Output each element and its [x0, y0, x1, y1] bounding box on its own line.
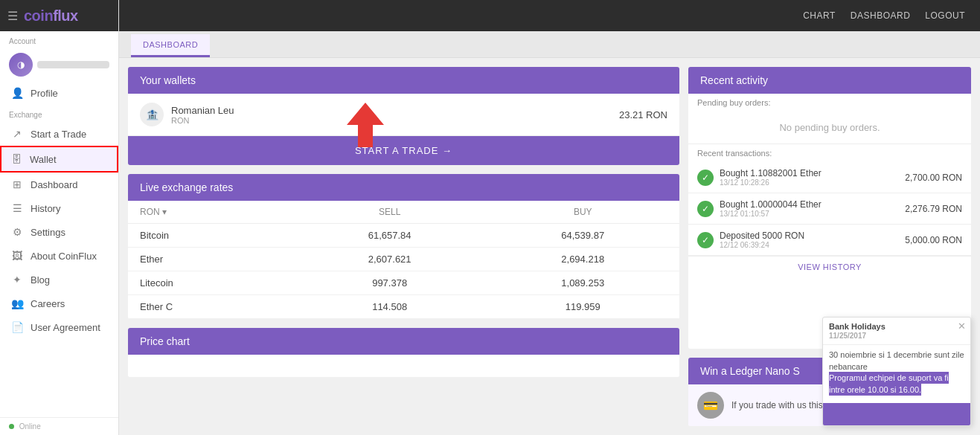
ledger-device-icon: 💳: [697, 392, 724, 419]
notification-date: 11/25/2017: [829, 332, 866, 340]
notification-body: 30 noiembrie si 1 decembrie sunt zile ne…: [823, 345, 970, 400]
tx-amount: 5,000.00 RON: [905, 235, 962, 245]
agreement-icon: 📄: [11, 321, 23, 333]
sidebar-header: ☰ coinflux: [0, 0, 118, 31]
recent-activity-body: Pending buy orders: No pending buy order…: [688, 94, 971, 349]
buy-cell: 119.959: [486, 295, 679, 319]
sidebar-item-blog[interactable]: ✦ Blog: [0, 268, 118, 291]
sell-cell: 61,657.84: [293, 224, 487, 248]
transactions-list: ✓ Bought 1.10882001 Ether 13/12 10:28:26…: [688, 162, 971, 256]
main-content: CHART DASHBOARD LOGOUT DASHBOARD Your wa…: [119, 0, 980, 435]
exchange-rates-card: Live exchange rates RON ▾ SELL BUY: [128, 174, 679, 319]
notification-highlight: Programul echipei de suport va fi intre …: [829, 372, 949, 395]
sidebar: ☰ coinflux Account ◑ 👤 Profile Exchange …: [0, 0, 119, 435]
buy-cell: 1,089.253: [486, 271, 679, 295]
ron-dropdown[interactable]: RON ▾: [140, 207, 167, 217]
sidebar-item-label: Blog: [31, 274, 50, 286]
sidebar-item-label: Settings: [31, 227, 65, 238]
sidebar-item-settings[interactable]: ⚙ Settings: [0, 220, 118, 244]
sell-cell: 114.508: [293, 295, 487, 319]
logo-prefix: coin: [24, 7, 53, 24]
wallet-name-info: Romanian Leu RON: [171, 105, 234, 125]
table-row: Bitcoin 61,657.84 64,539.87: [128, 224, 679, 248]
account-section-label: Account: [0, 31, 118, 48]
sidebar-item-label: Profile: [31, 88, 58, 99]
recent-activity-header: Recent activity: [688, 67, 971, 94]
wallets-card: Your wallets 🏦 Romanian Leu RON 23.21 RO…: [128, 67, 679, 165]
notification-close-button[interactable]: ✕: [958, 320, 966, 332]
wallet-row-ron: 🏦 Romanian Leu RON 23.21 RON: [128, 94, 679, 136]
tab-dashboard[interactable]: DASHBOARD: [131, 34, 210, 57]
nav-chart[interactable]: CHART: [803, 10, 836, 21]
wallets-body: 🏦 Romanian Leu RON 23.21 RON START A TRA…: [128, 94, 679, 165]
table-row: Litecoin 997.378 1,089.253: [128, 271, 679, 295]
wallet-balance: 23.21 RON: [619, 109, 667, 120]
notification-popup: ✕ Bank Holidays 11/25/2017 30 noiembrie …: [822, 317, 971, 426]
tx-date: 13/12 10:28:26: [720, 178, 899, 187]
nav-logout[interactable]: LOGOUT: [925, 10, 965, 21]
col-header-currency[interactable]: RON ▾: [128, 201, 293, 224]
table-row: Ether C 114.508 119.959: [128, 295, 679, 319]
transaction-row: ✓ Bought 1.10882001 Ether 13/12 10:28:26…: [688, 162, 971, 193]
dashboard-icon: ⊞: [11, 178, 23, 190]
price-chart-header: Price chart: [128, 328, 679, 355]
buy-cell: 64,539.87: [486, 224, 679, 248]
sidebar-item-about-coinflux[interactable]: 🖼 About CoinFlux: [0, 244, 118, 268]
nav-dashboard[interactable]: DASHBOARD: [851, 10, 911, 21]
about-icon: 🖼: [11, 250, 23, 262]
sidebar-item-start-a-trade[interactable]: ↗ Start a Trade: [0, 122, 118, 146]
tab-bar: DASHBOARD: [119, 31, 980, 58]
logo-suffix: flux: [53, 7, 78, 24]
no-pending-orders: No pending buy orders.: [688, 112, 971, 144]
sidebar-item-profile[interactable]: 👤 Profile: [0, 81, 118, 105]
sidebar-item-label: About CoinFlux: [31, 251, 97, 262]
wallet-name: Romanian Leu: [171, 105, 234, 116]
tx-info: Bought 1.10882001 Ether 13/12 10:28:26: [720, 168, 899, 187]
sidebar-item-history[interactable]: ☰ History: [0, 196, 118, 220]
sidebar-item-label: Careers: [31, 298, 65, 309]
notification-footer: [823, 403, 970, 425]
tx-info: Bought 1.00000044 Ether 13/12 01:10:57: [720, 199, 899, 218]
currency-cell: Litecoin: [128, 271, 293, 295]
pending-orders-label: Pending buy orders:: [688, 94, 971, 112]
price-chart-card: Price chart: [128, 328, 679, 377]
recent-activity-card: Recent activity Pending buy orders: No p…: [688, 67, 971, 349]
exchange-rates-body: RON ▾ SELL BUY Bitcoin 61,657.84 64,539.…: [128, 201, 679, 319]
sidebar-item-dashboard[interactable]: ⊞ Dashboard: [0, 173, 118, 196]
recent-transactions-label: Recent transactions:: [688, 144, 971, 162]
tx-check-icon: ✓: [697, 170, 714, 186]
sidebar-item-wallet[interactable]: 🗄 Wallet: [0, 146, 118, 173]
sidebar-item-user-agreement[interactable]: 📄 User Agreement: [0, 315, 118, 339]
currency-cell: Ether: [128, 248, 293, 271]
rates-table-body: Bitcoin 61,657.84 64,539.87Ether 2,607.6…: [128, 224, 679, 319]
hamburger-icon[interactable]: ☰: [7, 9, 18, 23]
left-column: Your wallets 🏦 Romanian Leu RON 23.21 RO…: [128, 67, 679, 426]
price-chart-body: [128, 355, 679, 377]
wallets-header: Your wallets: [128, 67, 679, 94]
start-trade-button[interactable]: START A TRADE →: [128, 136, 679, 165]
notification-title: Bank Holidays 11/25/2017: [823, 318, 970, 345]
ron-wallet-icon: 🏦: [140, 103, 164, 126]
currency-cell: Ether C: [128, 295, 293, 319]
currency-cell: Bitcoin: [128, 224, 293, 248]
sidebar-item-careers[interactable]: 👥 Careers: [0, 291, 118, 315]
settings-icon: ⚙: [11, 226, 23, 238]
exchange-rates-header: Live exchange rates: [128, 174, 679, 201]
tx-check-icon: ✓: [697, 201, 714, 217]
transaction-row: ✓ Deposited 5000 RON 12/12 06:39:24 5,00…: [688, 225, 971, 256]
online-indicator: [9, 424, 14, 429]
sidebar-avatar-row: ◑: [0, 48, 118, 81]
tx-check-icon: ✓: [697, 232, 714, 248]
tx-info: Deposited 5000 RON 12/12 06:39:24: [720, 231, 899, 249]
tx-amount: 2,700.00 RON: [905, 173, 962, 183]
transaction-row: ✓ Bought 1.00000044 Ether 13/12 01:10:57…: [688, 193, 971, 225]
tx-title: Bought 1.00000044 Ether: [720, 199, 899, 210]
sidebar-item-label: Dashboard: [31, 179, 78, 190]
rates-table: RON ▾ SELL BUY Bitcoin 61,657.84 64,539.…: [128, 201, 679, 319]
avatar-name-placeholder: [37, 61, 109, 68]
table-row: Ether 2,607.621 2,694.218: [128, 248, 679, 271]
tx-date: 13/12 01:10:57: [720, 210, 899, 218]
blog-icon: ✦: [11, 274, 23, 286]
online-label: Online: [19, 422, 41, 431]
view-history-button[interactable]: VIEW HISTORY: [688, 256, 971, 277]
